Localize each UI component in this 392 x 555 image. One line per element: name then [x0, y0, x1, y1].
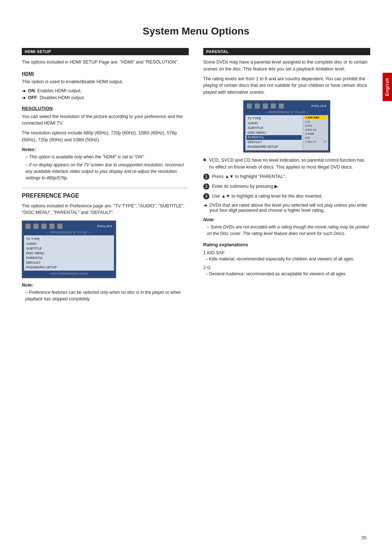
parental-note-label: Note: — [203, 217, 370, 222]
left-column: HDMI SETUP The options included in HDMI … — [22, 48, 189, 305]
hdmi-notes-label: Notes: — [22, 147, 189, 152]
hdmi-on-text: ON: Enables HDMI output. — [28, 88, 82, 93]
parental-intro2: The rating levels are from 1 to 8 and ar… — [203, 76, 370, 96]
hdmi-note1: – This option is available only when the… — [22, 154, 189, 160]
dvd-note-bullet: ➜ DVDs that are rated above the level yo… — [203, 203, 370, 213]
parental-menu-password: PASSWORD SETUP — [248, 145, 301, 149]
parental-screen-subtitle: – PREFERENCE PAGE – — [245, 110, 328, 114]
menu-item-default: DEFAULT — [26, 260, 112, 265]
triangle-down-icon: ▽ — [324, 140, 326, 143]
rating-val-5: 5 PGR — [305, 132, 327, 136]
menu-item-parental: PARENTAL — [26, 255, 112, 260]
dvd-note-text: DVDs that are rated above the level you … — [209, 203, 370, 213]
screen-icon-4 — [49, 224, 54, 229]
screen-icon-5 — [57, 224, 62, 229]
parental-intro1: Some DVDs may have a parental level assi… — [203, 59, 370, 73]
philips-logo: PHILIPS — [97, 224, 113, 228]
parental-screen-icon-5 — [279, 104, 284, 109]
step-2-text: Enter its submenu by pressing ▶. — [212, 183, 279, 190]
rating-2-label: 2 G — [203, 265, 370, 270]
screen-icon-3 — [41, 224, 46, 229]
parental-menu-parental-highlighted: PARENTAL — [246, 135, 302, 140]
parental-header: PARENTAL — [203, 48, 370, 55]
page-number: 35 — [362, 535, 367, 540]
preference-page-title: PREFERENCE PAGE — [22, 193, 189, 199]
two-column-layout: HDMI SETUP The options included in HDMI … — [22, 48, 370, 305]
parental-menu-default: DEFAULT — [248, 140, 301, 145]
step-number-3: 3 — [203, 193, 209, 199]
step-1: 1 Press ▲▼ to highlight "PARENTAL". — [203, 173, 370, 180]
rating-1-desc: – Kids material; recommended especially … — [203, 256, 370, 262]
parental-screen-icons — [247, 104, 284, 109]
rating-explanations-title: Rating explanations — [203, 242, 370, 247]
rating-val-4: 4 PG 13 — [305, 128, 327, 132]
step-number-1: 1 — [203, 174, 209, 180]
menu-item-password: PASSWORD SETUP — [26, 265, 112, 270]
resolution-description: You can select the resolution of the pic… — [22, 113, 189, 127]
screen-icon-2 — [33, 224, 38, 229]
preference-page-intro: The options included in Preference page … — [22, 203, 189, 216]
step-2: 2 Enter its submenu by pressing ▶. — [203, 183, 370, 190]
resolution-subsection-title: RESOLUTION — [22, 106, 189, 111]
screen-icons — [25, 224, 62, 229]
parental-screen-icon-4 — [271, 104, 276, 109]
hdmi-subsection-title: HDMI — [22, 71, 189, 76]
hdmi-on-bullet: ➜ ON: Enables HDMI output. — [22, 88, 189, 94]
step-1-text: Press ▲▼ to highlight "PARENTAL". — [212, 173, 286, 180]
screen-bottom-bar: GOTO PREFERENCE PAGE — [24, 271, 114, 276]
language-tab: English — [383, 73, 392, 101]
step-number-2: 2 — [203, 183, 209, 190]
step-3: 3 Use ▲▼ to highlight a rating level for… — [203, 193, 370, 200]
screen-top-bar: PHILIPS — [24, 223, 114, 230]
preference-screen-mockup: PHILIPS – PREFERENCE PAGE – TV TYPE AUDI… — [22, 220, 116, 278]
arrow-icon: ➜ — [203, 203, 207, 208]
arrow-icon: ➜ — [22, 95, 26, 101]
resolution-options: The resolution options include 480p (60H… — [22, 130, 189, 143]
parental-menu-discmenu: DISC MENU — [248, 130, 301, 135]
screen-icon-1 — [25, 224, 30, 229]
rating-val-3: 3 PG — [305, 124, 327, 128]
hdmi-off-bullet: ➜ OFF: Disables HDMI output. — [22, 95, 189, 101]
rating-2-desc: – General Audience; recommended as accep… — [203, 271, 370, 276]
rating-val-1: 1 KID SAF — [305, 116, 327, 119]
parental-screen-icon-3 — [263, 104, 268, 109]
vcd-note-bullet: VCD, SVCD and CD have no level indicatio… — [203, 157, 370, 171]
screen-preference-subtitle: – PREFERENCE PAGE – — [24, 231, 114, 234]
menu-item-audio: AUDIO — [26, 241, 112, 246]
parental-screen-top-bar: PHILIPS — [245, 102, 328, 110]
parental-screen-icon-2 — [255, 104, 260, 109]
rating-val-2: 2 G — [305, 120, 327, 124]
parental-screen-body: TV TYPE AUDIO SUBTITLE DISC MENU PARENTA… — [245, 115, 328, 150]
menu-item-tvtype: TV TYPE — [26, 236, 112, 241]
parental-philips-logo: PHILIPS — [311, 104, 327, 108]
parental-menu-tvtype: TV TYPE — [248, 116, 301, 121]
menu-item-subtitle: SUBTITLE — [26, 246, 112, 251]
preference-note-text: – Preference features can be selected on… — [22, 289, 189, 302]
parental-note-italic1: – Some DVDs are not encoded with a ratin… — [203, 224, 370, 237]
preference-note-block: Note: – Preference features can be selec… — [22, 283, 189, 302]
parental-menu-subtitle: SUBTITLE — [248, 126, 301, 130]
arrow-icon: ➜ — [22, 88, 26, 94]
rating-val-7: 7 NC 17 ▽ — [305, 140, 327, 144]
hdmi-note2: – If no display appears on the TV screen… — [22, 162, 189, 181]
hdmi-setup-intro: The options included in HDMI SETUP Page … — [22, 59, 189, 66]
page-container: English System Menu Options HDMI SETUP T… — [0, 0, 392, 555]
rating-1-label: 1 KID SAF — [203, 250, 370, 255]
rating-val-6: 6 R — [305, 136, 327, 140]
bullet-dot — [203, 158, 206, 161]
section-divider — [22, 188, 189, 188]
hdmi-off-text: OFF: Disables HDMI output. — [28, 95, 85, 100]
parental-screen-icon-1 — [247, 104, 252, 109]
hdmi-description: This option is used to enable/disable HD… — [22, 78, 189, 85]
vcd-note-text: VCD, SVCD and CD have no level indicatio… — [209, 157, 370, 171]
page-title: System Menu Options — [22, 25, 370, 37]
hdmi-setup-header: HDMI SETUP — [22, 48, 189, 55]
parental-screen-mockup: PHILIPS – PREFERENCE PAGE – TV TYPE AUDI… — [243, 100, 330, 153]
rating-explanations-section: Rating explanations 1 KID SAF – Kids mat… — [203, 242, 370, 276]
rating-submenu: 1 KID SAF 2 G 3 PG 4 PG 13 5 PGR 6 R 7 N… — [303, 115, 328, 150]
preference-screen-menu: TV TYPE AUDIO SUBTITLE DISC MENU PARENTA… — [24, 235, 114, 271]
parental-menu-audio: AUDIO — [248, 121, 301, 126]
step-3-text: Use ▲▼ to highlight a rating level for t… — [212, 193, 323, 200]
preference-note-label: Note: — [22, 283, 189, 288]
hdmi-notes-block: Notes: – This option is available only w… — [22, 147, 189, 181]
